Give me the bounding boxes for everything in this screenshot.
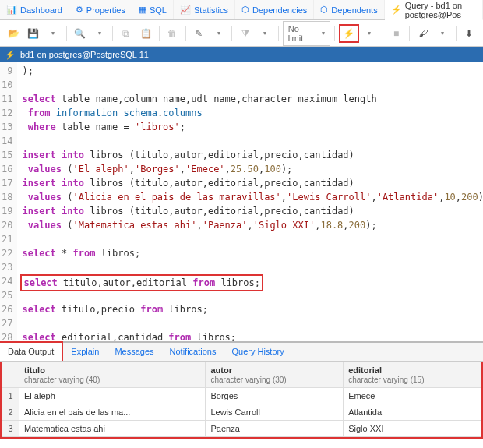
cell[interactable]: Emece <box>344 388 481 404</box>
tab-icon: ⚙ <box>76 5 83 15</box>
clear-icon[interactable]: 🖌 <box>414 24 432 43</box>
tab-icon: 📈 <box>180 5 191 15</box>
cell[interactable]: El aleph <box>19 388 206 404</box>
nav-tab-dashboard[interactable]: 📊Dashboard <box>0 0 69 19</box>
row-limit-select[interactable]: No limit▾ <box>283 21 330 46</box>
col-header-editorial[interactable]: editorialcharacter varying (15) <box>344 362 481 388</box>
line-gutter: 910111213141516171819202122232425262728 <box>0 62 17 341</box>
table-row[interactable]: 2Alicia en el pais de las ma...Lewis Car… <box>2 404 481 421</box>
filter-icon[interactable]: ⧩ <box>236 24 254 43</box>
code-area[interactable]: ); select table_name,column_name,udt_nam… <box>17 62 483 341</box>
tab-icon: ⚡ <box>391 5 402 15</box>
row-header-blank <box>2 362 19 388</box>
panel-tab-data-output[interactable]: Data Output <box>0 341 63 361</box>
stop-icon[interactable]: ■ <box>387 24 405 43</box>
execute-icon[interactable]: ⚡ <box>340 26 358 41</box>
clear-dropdown-icon[interactable]: ▾ <box>433 24 451 43</box>
nav-tab-statistics[interactable]: 📈Statistics <box>174 0 235 19</box>
nav-tabs: 📊Dashboard⚙Properties▦SQL📈Statistics⬡Dep… <box>0 0 483 20</box>
panel-tab-query-history[interactable]: Query History <box>224 343 291 361</box>
cell[interactable]: Borges <box>206 388 344 404</box>
row-limit-label: No limit <box>288 24 312 43</box>
panel-tab-explain[interactable]: Explain <box>63 343 107 361</box>
tab-label: Query - bd1 on postgres@Pos <box>405 1 476 19</box>
tab-icon: ▦ <box>139 5 146 15</box>
nav-tab-query[interactable]: ⚡Query - bd1 on postgres@Pos <box>385 0 483 20</box>
tab-icon: ⬡ <box>242 5 249 15</box>
filter-dropdown-icon[interactable]: ▾ <box>256 24 274 43</box>
row-number: 3 <box>2 421 19 437</box>
nav-tab-dependencies[interactable]: ⬡Dependencies <box>235 0 314 19</box>
cell[interactable]: Matematica estas ahi <box>19 421 206 437</box>
tab-icon: 📊 <box>6 5 17 15</box>
trash-icon[interactable]: 🗑 <box>164 24 182 43</box>
copy-icon[interactable]: ⧉ <box>117 24 135 43</box>
nav-tab-properties[interactable]: ⚙Properties <box>69 0 132 19</box>
row-number: 2 <box>2 404 19 421</box>
col-header-autor[interactable]: autorcharacter varying (30) <box>206 362 344 388</box>
nav-tab-dependents[interactable]: ⬡Dependents <box>314 0 384 19</box>
tab-label: SQL <box>150 5 167 15</box>
panel-tab-notifications[interactable]: Notifications <box>162 343 224 361</box>
execute-dropdown-icon[interactable]: ▾ <box>361 24 379 43</box>
output-panel-tabs: Data OutputExplainMessagesNotificationsQ… <box>0 341 483 362</box>
tab-label: Statistics <box>194 5 228 15</box>
connection-icon: ⚡ <box>5 50 16 60</box>
save-icon[interactable]: 💾 <box>24 24 42 43</box>
search-dropdown-icon[interactable]: ▾ <box>90 24 108 43</box>
edit-dropdown-icon[interactable]: ▾ <box>210 24 227 43</box>
cell[interactable]: Lewis Carroll <box>206 404 344 421</box>
cell[interactable]: Alicia en el pais de las ma... <box>19 404 206 421</box>
cell[interactable]: Paenza <box>206 421 344 437</box>
edit-icon[interactable]: ✎ <box>190 24 208 43</box>
tab-icon: ⬡ <box>320 5 328 15</box>
download-icon[interactable]: ⬇ <box>460 24 478 43</box>
table-row[interactable]: 3Matematica estas ahiPaenzaSiglo XXI <box>2 421 481 437</box>
panel-tab-messages[interactable]: Messages <box>107 343 161 361</box>
open-icon[interactable]: 📂 <box>5 24 23 43</box>
result-grid-wrap: titulocharacter varying (40)autorcharact… <box>0 362 483 439</box>
tab-label: Dependents <box>331 5 377 15</box>
query-toolbar: 📂 💾 ▾ 🔍 ▾ ⧉ 📋 🗑 ✎ ▾ ⧩ ▾ No limit▾ ⚡ ▾ ■ … <box>0 20 483 47</box>
cell[interactable]: Atlantida <box>344 404 481 421</box>
result-grid: titulocharacter varying (40)autorcharact… <box>2 362 481 437</box>
table-row[interactable]: 1El alephBorgesEmece <box>2 388 481 404</box>
tab-label: Dependencies <box>252 5 307 15</box>
search-icon[interactable]: 🔍 <box>71 24 89 43</box>
tab-label: Properties <box>86 5 125 15</box>
tab-label: Dashboard <box>20 5 62 15</box>
sql-editor[interactable]: 910111213141516171819202122232425262728 … <box>0 62 483 341</box>
connection-label: bd1 on postgres@PostgreSQL 11 <box>20 50 149 59</box>
paste-icon[interactable]: 📋 <box>136 24 154 43</box>
row-number: 1 <box>2 388 19 404</box>
cell[interactable]: Siglo XXI <box>344 421 481 437</box>
connection-bar[interactable]: ⚡ bd1 on postgres@PostgreSQL 11 <box>0 47 483 62</box>
col-header-titulo[interactable]: titulocharacter varying (40) <box>19 362 206 388</box>
nav-tab-sql[interactable]: ▦SQL <box>132 0 174 19</box>
save-dropdown-icon[interactable]: ▾ <box>44 24 62 43</box>
